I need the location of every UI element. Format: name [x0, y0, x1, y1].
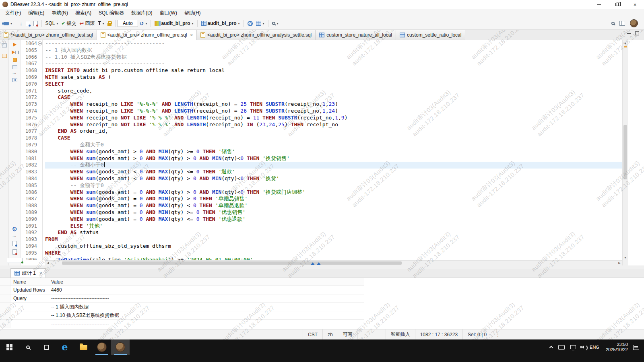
editor-tab[interactable]: *<audit_bi_pro> zhumr_offline_test.sql — [0, 30, 97, 40]
fetch-button[interactable]: ↓ — [18, 20, 24, 27]
globe-button[interactable] — [246, 20, 254, 27]
rollback-button[interactable]: ↩回滚 — [78, 19, 97, 28]
input-language-indicator[interactable]: ENG — [587, 345, 602, 350]
code-line[interactable]: 1088 WHEN sum(goods_amt) = 0 AND MAX(qty… — [21, 202, 622, 209]
statistics-tab[interactable]: 统计 1 × — [10, 268, 46, 278]
menu-item[interactable]: 编辑(E) — [25, 10, 48, 16]
code-line[interactable]: 1090 WHEN sum(goods_amt) = 0 AND MAX(qty… — [21, 216, 622, 223]
touch-keyboard-button[interactable] — [555, 339, 568, 355]
code-line[interactable]: 1065-- 1 插入国内数据 — [21, 47, 622, 54]
menu-item[interactable]: 数据库(D) — [128, 10, 156, 16]
taskbar-clock[interactable]: 23:50 2025/10/22 — [602, 342, 632, 352]
dbeaver-taskbar-button-active[interactable] — [111, 339, 130, 355]
h-scroll-thumb[interactable] — [62, 261, 402, 265]
caret-position-indicator[interactable]: 1082 : 17 : 36223 — [415, 329, 462, 339]
input-mode-indicator[interactable]: 智能插入 — [386, 329, 415, 339]
code-line[interactable]: 1079 -- 金额大于0 — [21, 142, 622, 148]
action-center-icon[interactable] — [633, 345, 639, 350]
panel-splitter[interactable] — [0, 265, 644, 269]
table-row[interactable]: -- 1 插入国内数据 — [0, 303, 364, 311]
scroll-left-icon[interactable]: ◀ — [45, 261, 51, 265]
results-grid-dropdown[interactable]: ▾ — [254, 20, 266, 27]
table-row[interactable]: Updated Rows4460 — [0, 286, 364, 294]
column-header-name[interactable]: Name — [10, 278, 48, 286]
code-line[interactable]: 1064−-----------------------------------… — [21, 40, 622, 47]
code-line[interactable]: 1085 -- 金额等于0 — [21, 182, 622, 189]
code-line[interactable]: 1081 WHEN sum(goods_amt) > 0 AND MAX(qty… — [21, 155, 622, 162]
more-options-icon[interactable]: ⋯ — [12, 235, 17, 238]
menu-item[interactable]: SQL 编辑器 — [95, 10, 128, 16]
code-line[interactable]: 1067------------------------------------… — [21, 60, 622, 67]
execute-statement-icon[interactable] — [13, 43, 17, 47]
gear-icon[interactable]: ⚙ — [12, 226, 17, 232]
restore-button[interactable] — [608, 0, 626, 9]
navigator-shortcut-icon[interactable] — [2, 54, 7, 58]
start-button[interactable] — [0, 339, 19, 355]
h-scroll-track[interactable] — [51, 261, 617, 265]
sql-dialect-dropdown[interactable]: SQL▾ — [44, 20, 60, 27]
editor-tab[interactable]: custom_store_nature_all_local — [316, 30, 396, 40]
menu-item[interactable]: 帮助(H) — [181, 10, 204, 16]
auto-commit-select[interactable]: Auto — [118, 20, 138, 27]
minimize-button[interactable] — [590, 0, 608, 9]
code-line[interactable]: 1091 ELSE '其他' — [21, 223, 622, 230]
schema-selector[interactable]: audit_bi_pro▾ — [200, 20, 242, 27]
transaction-mode-dropdown[interactable]: T▾ — [97, 20, 106, 27]
code-line[interactable]: 1087 WHEN sum(goods_amt) = 0 AND MIN(qty… — [21, 195, 622, 202]
code-line[interactable]: 1083 WHEN sum(goods_amt) < 0 AND MAX(qty… — [21, 169, 622, 175]
maximize-view-icon[interactable] — [635, 31, 639, 35]
task-view-button[interactable] — [37, 339, 56, 355]
volume-button[interactable] — [579, 339, 587, 355]
new-connection-button[interactable]: ▾ — [2, 21, 14, 26]
code-line[interactable]: 1095WHERE — [21, 250, 622, 257]
code-line[interactable]: 1089 WHEN sum(goods_amt) = 0 AND MIN(qty… — [21, 209, 622, 216]
quick-search-icon[interactable] — [611, 22, 615, 25]
code-line[interactable]: 1096 toDateTime(sale_time,'Asia/Shanghai… — [21, 257, 622, 261]
new-sql-button[interactable] — [24, 20, 32, 27]
code-line[interactable]: 1092 END AS status — [21, 229, 622, 236]
editor-tab[interactable]: <audit_bi_pro> zhumr_offline_pre.sql× — [97, 30, 197, 40]
code-line[interactable]: 1093FROM — [21, 236, 622, 243]
code-line[interactable]: 1066-- 1.10 插入SBZ老系统换货数据 — [21, 54, 622, 61]
transaction-log-button[interactable]: ↺▾ — [138, 20, 149, 27]
menu-item[interactable]: 搜索(A) — [72, 10, 95, 16]
code-area[interactable]: 1064−-----------------------------------… — [21, 40, 622, 260]
menu-item[interactable]: 窗口(W) — [156, 10, 181, 16]
lock-button[interactable] — [106, 20, 113, 27]
more-actions-icon[interactable]: ⋯ — [12, 72, 17, 75]
code-line[interactable]: 1080 WHEN sum(goods_amt) > 0 AND MIN(qty… — [21, 148, 622, 155]
code-line[interactable]: 1069WITH sale_status AS ( — [21, 74, 622, 81]
code-line[interactable]: 1094 custom_offline_sbz_old_system dthsr… — [21, 243, 622, 250]
code-line[interactable]: 1068INSERT INTO audit_bi_pro.custom_offl… — [21, 67, 622, 74]
code-line[interactable]: 1086 WHEN sum(goods_amt) = 0 AND MAX(qty… — [21, 189, 622, 196]
timezone-indicator[interactable]: CST — [303, 329, 322, 339]
scroll-up-icon[interactable]: ▲ — [623, 40, 628, 45]
taskbar-search-button[interactable] — [19, 339, 37, 355]
code-line[interactable]: 1073 WHEN receipt_no LIKE '%-%-%' AND LE… — [21, 101, 622, 108]
table-row[interactable]: ------------------------------------ — [0, 320, 364, 328]
menu-item[interactable]: 文件(F) — [2, 10, 25, 16]
vertical-scrollbar[interactable]: ▲ ▼ — [622, 40, 628, 265]
editor-tab[interactable]: custom_settle_ratio_local — [396, 30, 465, 40]
table-row[interactable]: -- 1.10 插入SBZ老系统换货数据 — [0, 311, 364, 320]
export-data-icon[interactable] — [12, 78, 17, 82]
fold-collapse-icon[interactable]: − — [38, 41, 42, 45]
code-line[interactable]: 1072 CASE — [21, 94, 622, 101]
code-line[interactable]: 1071 store_code, — [21, 88, 622, 95]
script-output-icon[interactable] — [7, 258, 23, 263]
code-line[interactable]: 1076 WHEN receipt_no NOT LIKE '%-%-%' AN… — [21, 121, 622, 128]
query-plan-icon[interactable] — [12, 65, 17, 69]
scroll-down-icon[interactable]: ▼ — [623, 255, 628, 260]
code-line[interactable]: 1084 WHEN sum(goods_amt) < 0 AND MAX(qty… — [21, 175, 622, 182]
column-header-value[interactable]: Value — [48, 278, 364, 286]
commit-button[interactable]: ✔提交 — [60, 19, 78, 28]
language-indicator[interactable]: zh — [322, 329, 338, 339]
statusbar-overflow-icon[interactable]: ⋮ — [491, 329, 504, 339]
split-handle[interactable] — [311, 262, 321, 265]
execute-script-icon[interactable] — [12, 50, 18, 55]
save-file-icon[interactable] — [12, 249, 17, 255]
tab-close-icon[interactable]: × — [39, 271, 42, 276]
code-line[interactable]: 1075 WHEN receipt_no NOT LIKE '%-%-%' AN… — [21, 115, 622, 121]
edge-button[interactable]: e — [56, 339, 74, 355]
code-line[interactable]: 1082 -- 金额小于0 — [21, 162, 622, 169]
